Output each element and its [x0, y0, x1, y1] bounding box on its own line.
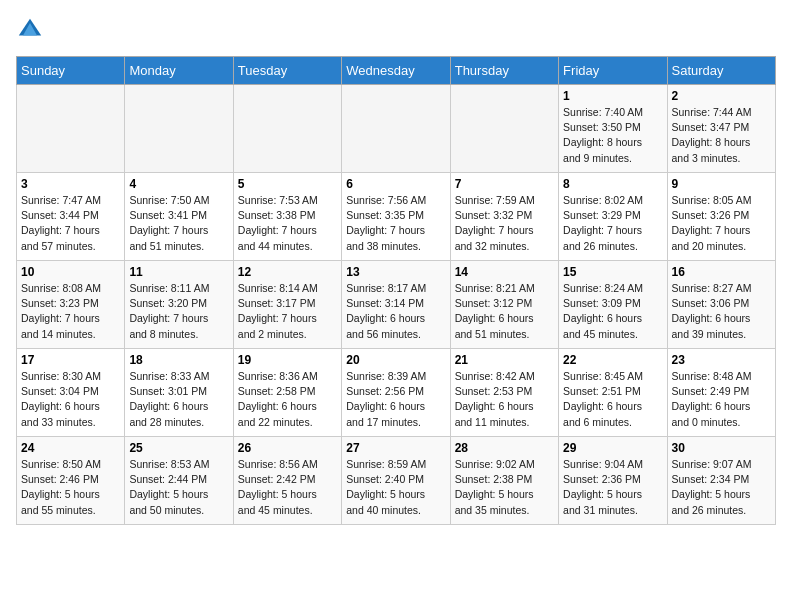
calendar-cell: 9Sunrise: 8:05 AM Sunset: 3:26 PM Daylig…	[667, 173, 775, 261]
calendar-cell: 5Sunrise: 7:53 AM Sunset: 3:38 PM Daylig…	[233, 173, 341, 261]
calendar-cell: 17Sunrise: 8:30 AM Sunset: 3:04 PM Dayli…	[17, 349, 125, 437]
calendar-cell: 13Sunrise: 8:17 AM Sunset: 3:14 PM Dayli…	[342, 261, 450, 349]
calendar-week-1: 1Sunrise: 7:40 AM Sunset: 3:50 PM Daylig…	[17, 85, 776, 173]
calendar-cell	[125, 85, 233, 173]
day-number: 29	[563, 441, 662, 455]
calendar-cell: 11Sunrise: 8:11 AM Sunset: 3:20 PM Dayli…	[125, 261, 233, 349]
day-number: 4	[129, 177, 228, 191]
day-info: Sunrise: 8:39 AM Sunset: 2:56 PM Dayligh…	[346, 369, 445, 430]
calendar-cell: 28Sunrise: 9:02 AM Sunset: 2:38 PM Dayli…	[450, 437, 558, 525]
day-info: Sunrise: 8:33 AM Sunset: 3:01 PM Dayligh…	[129, 369, 228, 430]
day-info: Sunrise: 8:21 AM Sunset: 3:12 PM Dayligh…	[455, 281, 554, 342]
day-number: 18	[129, 353, 228, 367]
weekday-header-sunday: Sunday	[17, 57, 125, 85]
day-number: 9	[672, 177, 771, 191]
day-info: Sunrise: 8:30 AM Sunset: 3:04 PM Dayligh…	[21, 369, 120, 430]
day-info: Sunrise: 8:27 AM Sunset: 3:06 PM Dayligh…	[672, 281, 771, 342]
weekday-header-friday: Friday	[559, 57, 667, 85]
day-info: Sunrise: 8:50 AM Sunset: 2:46 PM Dayligh…	[21, 457, 120, 518]
calendar-cell: 27Sunrise: 8:59 AM Sunset: 2:40 PM Dayli…	[342, 437, 450, 525]
day-number: 6	[346, 177, 445, 191]
calendar-cell: 8Sunrise: 8:02 AM Sunset: 3:29 PM Daylig…	[559, 173, 667, 261]
day-info: Sunrise: 8:24 AM Sunset: 3:09 PM Dayligh…	[563, 281, 662, 342]
weekday-header-monday: Monday	[125, 57, 233, 85]
day-info: Sunrise: 7:56 AM Sunset: 3:35 PM Dayligh…	[346, 193, 445, 254]
day-info: Sunrise: 8:45 AM Sunset: 2:51 PM Dayligh…	[563, 369, 662, 430]
calendar-cell: 4Sunrise: 7:50 AM Sunset: 3:41 PM Daylig…	[125, 173, 233, 261]
day-number: 25	[129, 441, 228, 455]
day-info: Sunrise: 8:42 AM Sunset: 2:53 PM Dayligh…	[455, 369, 554, 430]
day-number: 21	[455, 353, 554, 367]
logo	[16, 16, 48, 44]
calendar-cell: 18Sunrise: 8:33 AM Sunset: 3:01 PM Dayli…	[125, 349, 233, 437]
day-number: 1	[563, 89, 662, 103]
day-number: 24	[21, 441, 120, 455]
calendar-cell: 7Sunrise: 7:59 AM Sunset: 3:32 PM Daylig…	[450, 173, 558, 261]
day-number: 23	[672, 353, 771, 367]
day-number: 16	[672, 265, 771, 279]
calendar-cell	[17, 85, 125, 173]
calendar-cell: 6Sunrise: 7:56 AM Sunset: 3:35 PM Daylig…	[342, 173, 450, 261]
day-info: Sunrise: 8:08 AM Sunset: 3:23 PM Dayligh…	[21, 281, 120, 342]
day-info: Sunrise: 8:02 AM Sunset: 3:29 PM Dayligh…	[563, 193, 662, 254]
day-number: 20	[346, 353, 445, 367]
calendar-cell	[233, 85, 341, 173]
day-info: Sunrise: 7:40 AM Sunset: 3:50 PM Dayligh…	[563, 105, 662, 166]
calendar-cell: 3Sunrise: 7:47 AM Sunset: 3:44 PM Daylig…	[17, 173, 125, 261]
day-number: 27	[346, 441, 445, 455]
calendar-cell	[342, 85, 450, 173]
calendar-cell: 20Sunrise: 8:39 AM Sunset: 2:56 PM Dayli…	[342, 349, 450, 437]
day-info: Sunrise: 8:48 AM Sunset: 2:49 PM Dayligh…	[672, 369, 771, 430]
day-number: 22	[563, 353, 662, 367]
calendar-cell: 12Sunrise: 8:14 AM Sunset: 3:17 PM Dayli…	[233, 261, 341, 349]
day-number: 2	[672, 89, 771, 103]
day-info: Sunrise: 7:47 AM Sunset: 3:44 PM Dayligh…	[21, 193, 120, 254]
weekday-header-tuesday: Tuesday	[233, 57, 341, 85]
day-number: 10	[21, 265, 120, 279]
day-number: 11	[129, 265, 228, 279]
calendar-cell: 23Sunrise: 8:48 AM Sunset: 2:49 PM Dayli…	[667, 349, 775, 437]
day-info: Sunrise: 8:59 AM Sunset: 2:40 PM Dayligh…	[346, 457, 445, 518]
day-number: 7	[455, 177, 554, 191]
logo-icon	[16, 16, 44, 44]
calendar-cell: 16Sunrise: 8:27 AM Sunset: 3:06 PM Dayli…	[667, 261, 775, 349]
calendar-week-2: 3Sunrise: 7:47 AM Sunset: 3:44 PM Daylig…	[17, 173, 776, 261]
day-info: Sunrise: 7:44 AM Sunset: 3:47 PM Dayligh…	[672, 105, 771, 166]
calendar-cell: 14Sunrise: 8:21 AM Sunset: 3:12 PM Dayli…	[450, 261, 558, 349]
day-info: Sunrise: 8:53 AM Sunset: 2:44 PM Dayligh…	[129, 457, 228, 518]
weekday-header-saturday: Saturday	[667, 57, 775, 85]
calendar-week-4: 17Sunrise: 8:30 AM Sunset: 3:04 PM Dayli…	[17, 349, 776, 437]
day-number: 5	[238, 177, 337, 191]
day-info: Sunrise: 8:11 AM Sunset: 3:20 PM Dayligh…	[129, 281, 228, 342]
day-info: Sunrise: 8:17 AM Sunset: 3:14 PM Dayligh…	[346, 281, 445, 342]
day-info: Sunrise: 7:50 AM Sunset: 3:41 PM Dayligh…	[129, 193, 228, 254]
weekday-header-thursday: Thursday	[450, 57, 558, 85]
calendar-header-row: SundayMondayTuesdayWednesdayThursdayFrid…	[17, 57, 776, 85]
day-info: Sunrise: 7:59 AM Sunset: 3:32 PM Dayligh…	[455, 193, 554, 254]
day-info: Sunrise: 9:02 AM Sunset: 2:38 PM Dayligh…	[455, 457, 554, 518]
calendar-cell: 30Sunrise: 9:07 AM Sunset: 2:34 PM Dayli…	[667, 437, 775, 525]
calendar-cell: 2Sunrise: 7:44 AM Sunset: 3:47 PM Daylig…	[667, 85, 775, 173]
calendar-cell	[450, 85, 558, 173]
day-info: Sunrise: 8:36 AM Sunset: 2:58 PM Dayligh…	[238, 369, 337, 430]
day-number: 12	[238, 265, 337, 279]
day-info: Sunrise: 9:07 AM Sunset: 2:34 PM Dayligh…	[672, 457, 771, 518]
calendar-week-5: 24Sunrise: 8:50 AM Sunset: 2:46 PM Dayli…	[17, 437, 776, 525]
day-number: 19	[238, 353, 337, 367]
calendar-cell: 10Sunrise: 8:08 AM Sunset: 3:23 PM Dayli…	[17, 261, 125, 349]
day-number: 14	[455, 265, 554, 279]
calendar-cell: 21Sunrise: 8:42 AM Sunset: 2:53 PM Dayli…	[450, 349, 558, 437]
day-number: 17	[21, 353, 120, 367]
day-info: Sunrise: 8:14 AM Sunset: 3:17 PM Dayligh…	[238, 281, 337, 342]
calendar-cell: 25Sunrise: 8:53 AM Sunset: 2:44 PM Dayli…	[125, 437, 233, 525]
day-info: Sunrise: 8:05 AM Sunset: 3:26 PM Dayligh…	[672, 193, 771, 254]
calendar-cell: 22Sunrise: 8:45 AM Sunset: 2:51 PM Dayli…	[559, 349, 667, 437]
calendar-cell: 15Sunrise: 8:24 AM Sunset: 3:09 PM Dayli…	[559, 261, 667, 349]
day-info: Sunrise: 8:56 AM Sunset: 2:42 PM Dayligh…	[238, 457, 337, 518]
calendar-cell: 26Sunrise: 8:56 AM Sunset: 2:42 PM Dayli…	[233, 437, 341, 525]
day-number: 26	[238, 441, 337, 455]
page-header	[16, 16, 776, 44]
weekday-header-wednesday: Wednesday	[342, 57, 450, 85]
day-number: 8	[563, 177, 662, 191]
calendar-cell: 24Sunrise: 8:50 AM Sunset: 2:46 PM Dayli…	[17, 437, 125, 525]
